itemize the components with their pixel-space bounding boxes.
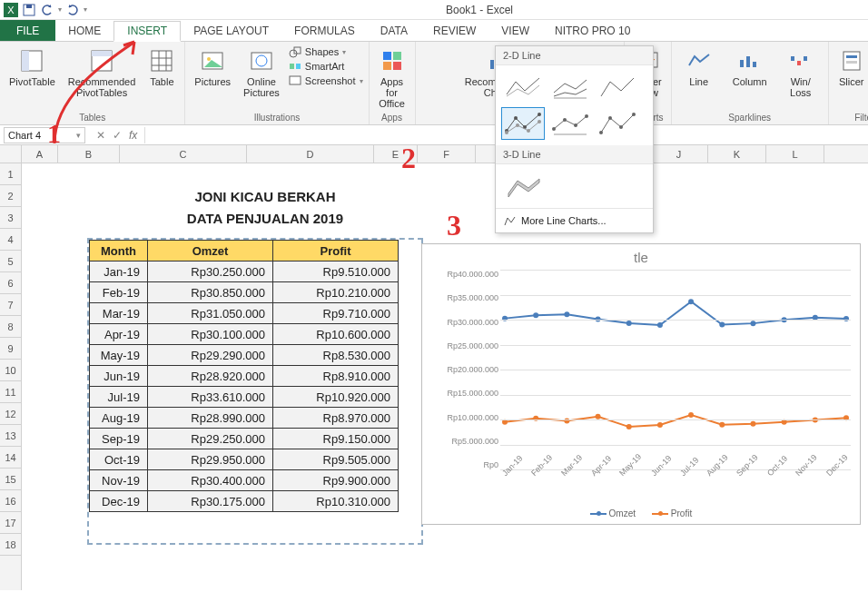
table-cell[interactable]: Rp10.210.000: [273, 282, 399, 303]
row-header[interactable]: 11: [0, 381, 21, 403]
select-all-corner[interactable]: [0, 145, 21, 163]
line-2d-type-3[interactable]: [596, 71, 639, 104]
row-header[interactable]: 10: [0, 360, 21, 381]
row-header[interactable]: 5: [0, 251, 21, 272]
table-cell[interactable]: Sep-19: [90, 429, 148, 449]
line-2d-markers-2[interactable]: [548, 107, 592, 140]
row-header[interactable]: 8: [0, 316, 21, 338]
column-header[interactable]: L: [766, 145, 824, 163]
table-cell[interactable]: Rp10.920.000: [273, 387, 399, 408]
redo-dropdown-icon[interactable]: ▾: [84, 5, 87, 14]
spark-winloss-button[interactable]: Win/ Loss: [779, 45, 823, 100]
more-line-charts[interactable]: More Line Charts...: [496, 208, 653, 232]
table-cell[interactable]: Apr-19: [90, 324, 148, 345]
table-cell[interactable]: Rp8.910.000: [273, 366, 399, 387]
table-cell[interactable]: Rp10.310.000: [273, 491, 399, 512]
table-cell[interactable]: Rp28.920.000: [148, 366, 273, 387]
table-cell[interactable]: Rp9.710.000: [273, 303, 399, 324]
column-header[interactable]: K: [708, 145, 766, 163]
table-cell[interactable]: Rp8.530.000: [273, 345, 399, 366]
redo-icon[interactable]: [65, 3, 80, 17]
row-header[interactable]: 12: [0, 403, 21, 425]
column-header[interactable]: A: [22, 145, 58, 163]
row-header[interactable]: 13: [0, 425, 21, 447]
row-header[interactable]: 14: [0, 447, 21, 469]
table-cell[interactable]: Rp30.100.000: [148, 324, 273, 345]
column-header[interactable]: J: [650, 145, 708, 163]
chevron-down-icon[interactable]: ▾: [76, 131, 81, 140]
tab-nitro[interactable]: NITRO PRO 10: [542, 20, 643, 41]
slicer-button[interactable]: Slicer: [834, 45, 868, 89]
table-cell[interactable]: Jun-19: [90, 366, 148, 387]
column-header[interactable]: F: [418, 145, 476, 163]
table-cell[interactable]: Rp9.150.000: [273, 429, 399, 449]
table-cell[interactable]: Rp29.950.000: [148, 449, 273, 470]
line-2d-type-1[interactable]: [501, 71, 545, 104]
table-cell[interactable]: Oct-19: [90, 449, 148, 470]
table-button[interactable]: Table: [144, 45, 179, 89]
cancel-icon[interactable]: ✕: [96, 129, 105, 142]
spark-column-button[interactable]: Column: [728, 45, 772, 100]
line-2d-markers-3[interactable]: [596, 107, 639, 140]
row-header[interactable]: 17: [0, 512, 21, 534]
online-pictures-button[interactable]: Online Pictures: [240, 45, 283, 100]
table-cell[interactable]: Rp8.970.000: [273, 408, 399, 429]
tab-review[interactable]: REVIEW: [420, 20, 488, 41]
line-2d-markers-1[interactable]: [501, 107, 545, 140]
table-cell[interactable]: Dec-19: [90, 491, 148, 512]
table-cell[interactable]: Rp30.400.000: [148, 470, 273, 491]
tab-data[interactable]: DATA: [368, 20, 420, 41]
table-cell[interactable]: Rp9.510.000: [273, 261, 399, 282]
table-cell[interactable]: Feb-19: [90, 282, 148, 303]
smartart-button[interactable]: SmartArt: [289, 60, 363, 73]
tab-view[interactable]: VIEW: [488, 20, 542, 41]
undo-dropdown-icon[interactable]: ▾: [58, 5, 62, 14]
row-header[interactable]: 7: [0, 294, 21, 316]
column-header[interactable]: C: [120, 145, 247, 163]
column-header[interactable]: B: [58, 145, 120, 163]
line-2d-type-2[interactable]: [548, 71, 592, 104]
shapes-button[interactable]: Shapes▾: [289, 45, 363, 58]
pivottable-button[interactable]: PivotTable: [5, 45, 59, 89]
row-header[interactable]: 16: [0, 490, 21, 512]
table-cell[interactable]: Rp30.175.000: [148, 491, 273, 512]
recommended-pivottables-button[interactable]: Recommended PivotTables: [64, 45, 140, 100]
table-cell[interactable]: Aug-19: [90, 408, 148, 429]
table-cell[interactable]: Rp29.250.000: [148, 429, 273, 449]
table-cell[interactable]: Rp30.250.000: [148, 261, 273, 282]
row-header[interactable]: 3: [0, 207, 21, 229]
apps-for-office-button[interactable]: Apps for Office: [375, 45, 409, 111]
table-cell[interactable]: Rp28.990.000: [148, 408, 273, 429]
row-header[interactable]: 18: [0, 534, 21, 556]
table-cell[interactable]: Nov-19: [90, 470, 148, 491]
row-header[interactable]: 1: [0, 163, 21, 185]
column-header[interactable]: D: [247, 145, 374, 163]
save-icon[interactable]: [22, 3, 36, 17]
tab-page-layout[interactable]: PAGE LAYOUT: [181, 20, 281, 41]
row-header[interactable]: 2: [0, 185, 21, 207]
table-cell[interactable]: May-19: [90, 345, 148, 366]
table-cell[interactable]: Mar-19: [90, 303, 148, 324]
row-header[interactable]: 15: [0, 469, 21, 490]
table-cell[interactable]: Rp30.850.000: [148, 282, 273, 303]
table-cell[interactable]: Rp33.610.000: [148, 387, 273, 408]
tab-insert[interactable]: INSERT: [113, 21, 181, 42]
table-cell[interactable]: Rp9.900.000: [273, 470, 399, 491]
table-cell[interactable]: Rp29.290.000: [148, 345, 273, 366]
undo-icon[interactable]: [40, 3, 54, 17]
pictures-button[interactable]: Pictures: [191, 45, 234, 89]
table-cell[interactable]: Rp9.505.000: [273, 449, 399, 470]
embedded-chart[interactable]: tle Rp40.000.000Rp35.000.000Rp30.000.000…: [421, 243, 861, 525]
table-cell[interactable]: Rp31.050.000: [148, 303, 273, 324]
enter-icon[interactable]: ✓: [113, 129, 122, 142]
column-header[interactable]: E: [374, 145, 418, 163]
row-header[interactable]: 6: [0, 272, 21, 294]
tab-formulas[interactable]: FORMULAS: [281, 20, 368, 41]
fx-icon[interactable]: fx: [129, 129, 137, 142]
name-box[interactable]: Chart 4 ▾: [4, 127, 85, 143]
chart-title[interactable]: tle: [422, 244, 860, 267]
table-cell[interactable]: Rp10.600.000: [273, 324, 399, 345]
line-3d-type-1[interactable]: [501, 170, 545, 202]
tab-home[interactable]: HOME: [55, 20, 113, 41]
row-header[interactable]: 4: [0, 229, 21, 251]
